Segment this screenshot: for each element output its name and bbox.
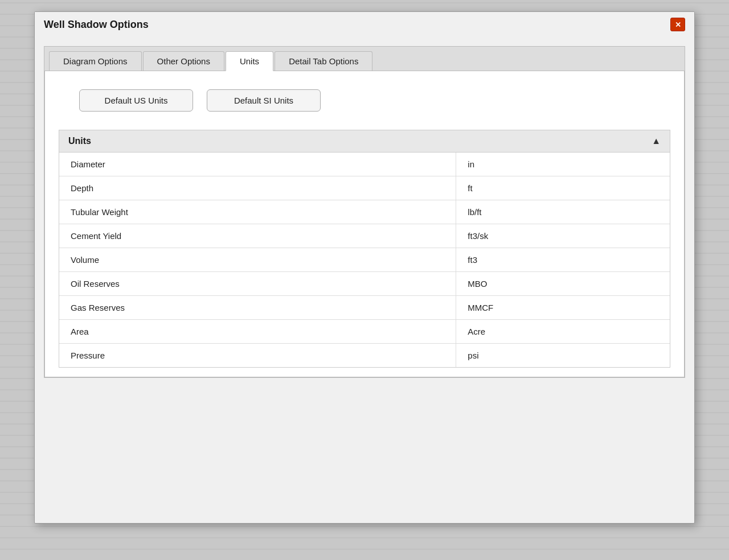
unit-label: Cement Yield [59,224,456,248]
table-row: Tubular Weightlb/ft [59,200,670,224]
tabs-bar: Diagram Options Other Options Units Deta… [44,47,685,71]
unit-label: Oil Reserves [59,272,456,296]
unit-value: in [456,153,670,176]
unit-value: psi [456,344,670,368]
well-shadow-options-dialog: Well Shadow Options ✕ Diagram Options Ot… [34,11,695,524]
default-si-units-button[interactable]: Default SI Units [207,89,321,112]
default-us-units-button[interactable]: Default US Units [79,89,193,112]
table-row: AreaAcre [59,320,670,344]
unit-label: Pressure [59,344,456,368]
table-row: Depthft [59,176,670,200]
unit-value: ft3 [456,248,670,272]
table-row: Volumeft3 [59,248,670,272]
unit-label: Area [59,320,456,344]
unit-label: Gas Reserves [59,296,456,320]
title-bar: Well Shadow Options ✕ [35,12,694,37]
units-table: DiameterinDepthftTubular Weightlb/ftCeme… [59,153,670,367]
unit-value: Acre [456,320,670,344]
unit-value: ft3/sk [456,224,670,248]
unit-label: Tubular Weight [59,200,456,224]
table-row: Oil ReservesMBO [59,272,670,296]
unit-value: lb/ft [456,200,670,224]
tab-detail-tab-options[interactable]: Detail Tab Options [275,51,372,71]
dialog-title: Well Shadow Options [44,19,149,31]
dialog-content: Diagram Options Other Options Units Deta… [35,37,694,387]
units-section: Units ▲ DiameterinDepthftTubular Weightl… [59,130,670,368]
table-row: Cement Yieldft3/sk [59,224,670,248]
tab-container: Diagram Options Other Options Units Deta… [44,46,685,378]
tab-other-options[interactable]: Other Options [143,51,224,71]
tab-units-content: Default US Units Default SI Units Units … [44,71,685,377]
unit-label: Depth [59,176,456,200]
tab-units[interactable]: Units [226,51,273,71]
units-section-header: Units ▲ [59,130,670,153]
unit-value: ft [456,176,670,200]
close-button[interactable]: ✕ [670,18,685,31]
units-button-row: Default US Units Default SI Units [56,85,673,116]
unit-label: Volume [59,248,456,272]
table-row: Diameterin [59,153,670,176]
collapse-icon[interactable]: ▲ [652,136,661,146]
unit-label: Diameter [59,153,456,176]
units-section-title: Units [68,136,91,146]
unit-value: MBO [456,272,670,296]
tab-diagram-options[interactable]: Diagram Options [49,51,142,71]
table-row: Pressurepsi [59,344,670,368]
unit-value: MMCF [456,296,670,320]
table-row: Gas ReservesMMCF [59,296,670,320]
